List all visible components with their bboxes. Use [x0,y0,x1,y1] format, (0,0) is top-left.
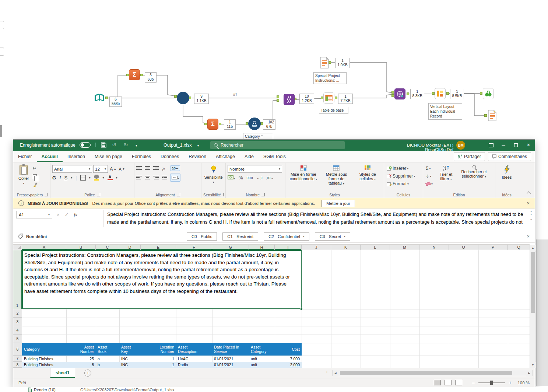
tab-mise-en-page[interactable]: Mise en page [90,151,127,162]
format-as-table-button[interactable]: Mettre sous forme de tableau ▾ [321,164,352,187]
cell[interactable]: unit [249,362,275,368]
share-button[interactable]: Partager [454,152,485,161]
tab-aide[interactable]: Aide [240,151,259,162]
tab-affichage[interactable]: Affichage [211,151,240,162]
formula-bar-scroll[interactable]: ▲▼⌄ [530,210,533,220]
fill-handle[interactable] [300,308,303,310]
header-cell[interactable]: Asset Category [249,343,275,356]
wrap-text-button[interactable]: ab↩ [170,165,180,171]
column-header-l[interactable]: L [361,245,390,250]
align-middle-icon[interactable] [145,166,150,170]
zoom-slider-thumb[interactable] [490,381,493,385]
comma-style-button[interactable]: 000 [247,176,253,180]
merge-center-button[interactable]: ▾ [170,174,180,182]
column-header-e[interactable]: E [141,245,176,250]
header-cell[interactable]: Asset Number [66,343,96,356]
cell[interactable]: a [96,356,119,362]
filename[interactable]: Output_1.xlsx [164,143,192,148]
horizontal-scrollbar[interactable]: ◀ ▶ [332,370,533,376]
number-format-select[interactable]: Nombre▾ [228,165,282,173]
filename-caret-icon[interactable]: ▾ [197,143,199,148]
column-header-o[interactable]: O [449,245,478,250]
align-top-icon[interactable] [136,166,142,170]
report-text-t ool[interactable] [319,57,330,69]
column-header-n[interactable]: N [419,245,449,250]
classification-c1-button[interactable]: C1 - Restreint [222,232,258,241]
font-dialog-launcher[interactable] [97,193,100,196]
header-cell[interactable]: Asset Book [96,343,119,356]
column-header-h[interactable]: H [249,245,275,250]
header-cell[interactable]: Cost [275,343,302,356]
comments-button[interactable]: Commentaires [488,152,531,161]
format-cells-button[interactable]: Format ▾ [386,181,421,187]
grow-font-button[interactable]: A▲ [109,166,117,172]
cell-a1-selected[interactable]: Special Project Instructions: Constructi… [22,250,302,309]
tab-insertion[interactable]: Insertion [63,151,90,162]
workflow-canvas[interactable]: Σ Σ [0,0,548,139]
add-sheet-button[interactable]: + [84,370,91,377]
bold-button[interactable]: G [52,175,56,181]
scroll-left-icon[interactable]: ◀ [333,370,338,376]
paste-button[interactable]: Coller▾ [17,164,31,187]
tab-formules[interactable]: Formules [127,151,156,162]
render-tool[interactable] [487,110,498,122]
avatar[interactable]: BM [456,141,465,150]
alignment-dialog-launcher[interactable] [177,193,180,196]
underline-caret-icon[interactable]: ▾ [71,176,72,179]
cell[interactable]: 1 [141,356,176,362]
collapse-ribbon-icon[interactable] [527,191,531,195]
sheet-tab-sheet1[interactable]: sheet1 [50,368,75,378]
run-command-tool[interactable] [394,88,405,99]
column-header-k[interactable]: K [331,245,361,250]
zoom-in-button[interactable]: + [509,380,512,386]
scrollbar-thumb[interactable] [340,371,512,375]
ribbon-display-options-button[interactable] [485,140,497,151]
zoom-level[interactable]: 100 % [517,381,530,385]
cancel-icon[interactable]: × [57,212,60,217]
clear-button[interactable]: ▾ [425,181,433,187]
undo-icon[interactable]: ↺ [112,142,116,147]
underline-button[interactable]: S [64,175,67,181]
column-header-f[interactable]: F [176,245,212,250]
render-tab-label[interactable]: Render (10) [34,388,56,392]
summarize-tool[interactable]: Σ [129,69,140,80]
classification-c3-button[interactable]: C3 - Secret▾ [315,232,350,241]
tab-splitter-icon[interactable]: ⋮ [325,370,329,375]
zoom-slider[interactable] [478,382,505,383]
scroll-up-icon[interactable]: ▲ [530,245,536,251]
italic-button[interactable]: I [59,175,61,181]
tab-sgm-tools[interactable]: SGM Tools [259,151,291,162]
clipboard-dialog-launcher[interactable] [45,193,48,196]
number-dialog-launcher[interactable] [261,193,265,196]
table-row[interactable]: Building Finishes 25 a INC 1 HVAC 01/01/… [22,356,302,362]
cell[interactable]: b [96,362,119,368]
name-box[interactable]: A1▾ [16,211,52,218]
scrollbar-thumb[interactable] [531,252,535,313]
tab-revision[interactable]: Révision [184,151,211,162]
shrink-font-button[interactable]: A▼ [118,166,126,172]
macro-tool[interactable] [177,92,189,104]
header-cell[interactable]: Asset Key [119,343,141,356]
cell[interactable]: 7 000 [275,356,302,362]
conditional-formatting-button[interactable]: Mise en forme conditionnelle ▾ [287,164,320,183]
titlebar[interactable]: Enregistrement automatique | ↺ ↻ ▾ Outpu… [13,140,535,151]
row-header-2[interactable]: 2 [13,309,22,318]
column-header-m[interactable]: M [390,245,419,250]
column-header-i[interactable]: I [275,245,302,250]
align-left-icon[interactable] [136,176,142,180]
save-icon[interactable] [101,142,106,148]
input-data-tool[interactable] [94,92,105,104]
ideas-button[interactable]: Idées [500,164,514,181]
insert-function-icon[interactable]: fx [74,212,77,218]
copy-button[interactable]: ▾ [32,173,40,180]
transpose-tool[interactable] [284,94,295,105]
column-header-c[interactable]: C [96,245,119,250]
minimize-button[interactable]: ─ [497,140,510,151]
formula-tool[interactable] [248,118,261,130]
header-cell[interactable]: Category [22,343,66,356]
scroll-down-icon[interactable]: ▼ [530,362,536,368]
decrease-decimal-button[interactable]: ,00→ [266,176,274,180]
tab-accueil[interactable]: Accueil [37,151,63,162]
column-header-q[interactable]: Q [508,245,530,250]
cell-styles-button[interactable]: Styles de cellules ▾ [353,164,382,183]
